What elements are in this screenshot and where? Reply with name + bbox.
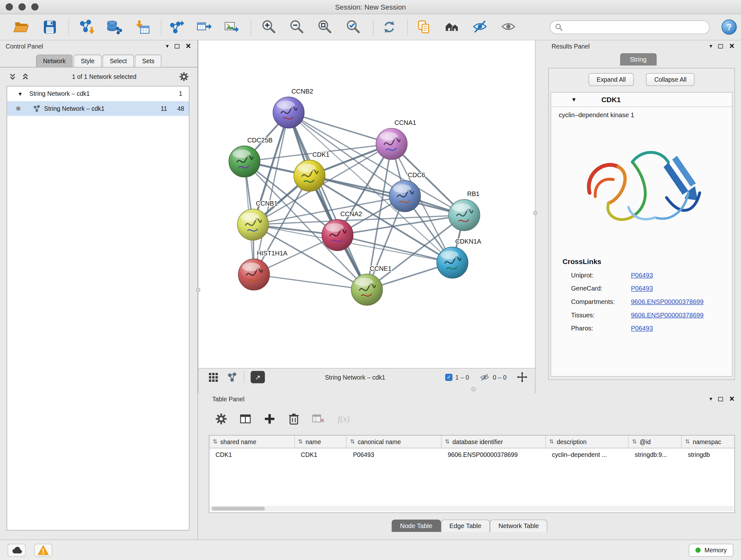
collapse-all-icon[interactable] — [9, 72, 17, 80]
panel-close-icon[interactable]: × — [730, 395, 735, 403]
tab-node-table[interactable]: Node Table — [392, 519, 441, 532]
clone-network-button[interactable] — [414, 17, 434, 37]
gene-section-header[interactable]: ▼ CDK1 — [551, 92, 732, 107]
network-canvas-svg[interactable]: CCNB2CCNA1CDC25BCDK1CDC6RB1CCNB1CCNA2CDK… — [199, 40, 535, 368]
tab-network[interactable]: Network — [36, 55, 73, 67]
panel-menu-icon[interactable]: ▾ — [166, 43, 169, 49]
crosslink-row: GeneCard: P06493 — [571, 285, 732, 292]
expand-all-icon[interactable] — [21, 72, 29, 80]
table-tabs: Node Table Edge Table Network Table — [198, 519, 741, 532]
crosslink-link[interactable]: 9606.ENSP00000378699 — [631, 312, 704, 319]
panel-menu-icon[interactable]: ▾ — [710, 43, 712, 49]
tab-edge-table[interactable]: Edge Table — [441, 519, 490, 532]
protein-structure-image — [575, 122, 708, 249]
delete-column-button[interactable] — [284, 409, 304, 428]
network-edge[interactable] — [288, 113, 392, 144]
left-splitter-handle[interactable] — [196, 288, 200, 292]
network-edge[interactable] — [288, 113, 367, 290]
tab-network-table[interactable]: Network Table — [490, 519, 547, 532]
scrollbar-thumb[interactable] — [212, 507, 265, 510]
tree-expand-icon[interactable]: ▼ — [17, 91, 23, 97]
window-close-button[interactable] — [6, 3, 13, 10]
crosslink-link[interactable]: P06493 — [631, 272, 653, 279]
panel-float-icon[interactable] — [175, 44, 180, 48]
gear-icon[interactable] — [179, 71, 189, 81]
crosslink-link[interactable]: P06493 — [631, 325, 653, 332]
sort-icon: ⇅ — [549, 438, 554, 445]
save-session-button[interactable] — [39, 17, 60, 37]
tab-string[interactable]: String — [620, 53, 657, 66]
horizontal-splitter[interactable] — [199, 386, 535, 393]
network-node-ccnb1[interactable]: CCNB1 — [238, 200, 278, 240]
toolbar-separator — [68, 19, 69, 36]
show-columns-button[interactable] — [236, 409, 255, 428]
warning-button[interactable] — [34, 543, 52, 556]
zoom-fit-button[interactable] — [314, 17, 335, 37]
grid-view-icon[interactable] — [209, 373, 218, 381]
pan-tool-icon[interactable] — [517, 372, 528, 382]
column-header[interactable]: ⇅ canonical name — [347, 435, 442, 448]
zoom-in-button[interactable] — [258, 17, 279, 37]
column-header[interactable]: ⇅ namespac — [682, 435, 734, 448]
open-in-window-button[interactable]: ↗ — [251, 371, 265, 383]
column-header[interactable]: ⇅ database identifier — [442, 435, 546, 448]
network-node-cdc25b[interactable]: CDC25B — [229, 137, 273, 177]
help-button[interactable]: ? — [722, 19, 737, 35]
panel-float-icon[interactable] — [718, 44, 723, 48]
column-header[interactable]: ⇅ description — [546, 435, 629, 448]
network-node-ccnb2[interactable]: CCNB2 — [273, 88, 313, 128]
apply-layout-button[interactable] — [379, 17, 400, 37]
network-collection-row[interactable]: ▼ String Network – cdk1 1 — [7, 86, 189, 101]
network-node-rb1[interactable]: RB1 — [449, 190, 480, 231]
node-label: CCNB1 — [256, 200, 278, 207]
cloud-button[interactable] — [8, 543, 26, 556]
import-network-database-button[interactable] — [104, 17, 124, 37]
import-table-button[interactable] — [132, 17, 153, 37]
window-minimize-button[interactable] — [18, 3, 25, 10]
column-header[interactable]: ⇅ @id — [629, 435, 682, 448]
network-canvas[interactable]: CCNB2CCNA1CDC25BCDK1CDC6RB1CCNB1CCNA2CDK… — [199, 40, 535, 368]
tab-sets[interactable]: Sets — [135, 55, 161, 67]
expand-all-button[interactable]: Expand All — [589, 73, 634, 85]
hide-selected-button[interactable] — [469, 17, 490, 37]
table-horizontal-scrollbar[interactable] — [210, 506, 733, 511]
right-splitter-handle[interactable] — [533, 211, 537, 215]
panel-close-icon[interactable]: × — [186, 42, 191, 51]
network-overview-icon[interactable] — [227, 372, 237, 382]
export-image-button[interactable] — [221, 17, 242, 37]
horizontal-splitter-handle[interactable] — [471, 387, 475, 391]
open-session-button[interactable] — [11, 17, 31, 37]
show-all-button[interactable] — [498, 17, 519, 37]
column-header[interactable]: ⇅ shared name — [209, 435, 294, 448]
network-node-cdc6[interactable]: CDC6 — [389, 172, 425, 212]
zoom-selected-button[interactable] — [343, 17, 363, 37]
section-collapse-icon[interactable]: ▼ — [571, 96, 577, 103]
network-node-hist1h1a[interactable]: HIST1H1A — [239, 250, 288, 290]
tab-select[interactable]: Select — [103, 55, 134, 67]
table-settings-button[interactable] — [212, 409, 231, 428]
network-edge[interactable] — [254, 274, 367, 290]
crosslinks-title: CrossLinks — [562, 257, 732, 265]
home-views-button[interactable] — [442, 17, 463, 37]
search-input[interactable] — [566, 23, 704, 30]
collapse-all-button[interactable]: Collapse All — [646, 73, 695, 85]
zoom-out-button[interactable] — [286, 17, 307, 37]
network-row-selected[interactable]: String Network – cdk1 11 48 — [7, 101, 189, 116]
panel-float-icon[interactable] — [718, 397, 723, 401]
network-node-ccna1[interactable]: CCNA1 — [376, 119, 416, 160]
export-table-button[interactable] — [194, 17, 214, 37]
column-header[interactable]: ⇅ name — [294, 435, 347, 448]
import-network-file-button[interactable] — [76, 17, 97, 37]
crosslink-link[interactable]: 9606.ENSP00000378699 — [631, 298, 704, 305]
crosslink-link[interactable]: P06493 — [631, 285, 653, 292]
tab-style[interactable]: Style — [74, 55, 102, 67]
export-network-button[interactable] — [166, 17, 187, 37]
node-count: 11 — [150, 105, 167, 112]
panel-close-icon[interactable]: × — [730, 42, 735, 51]
memory-button[interactable]: Memory — [689, 543, 733, 556]
window-zoom-button[interactable] — [31, 3, 38, 10]
panel-menu-icon[interactable]: ▾ — [710, 396, 712, 402]
table-row[interactable]: CDK1 CDK1 P06493 9606.ENSP00000378699 cy… — [209, 448, 734, 461]
selected-checkbox-icon[interactable]: ✓ — [446, 374, 453, 381]
create-column-button[interactable] — [260, 409, 279, 428]
